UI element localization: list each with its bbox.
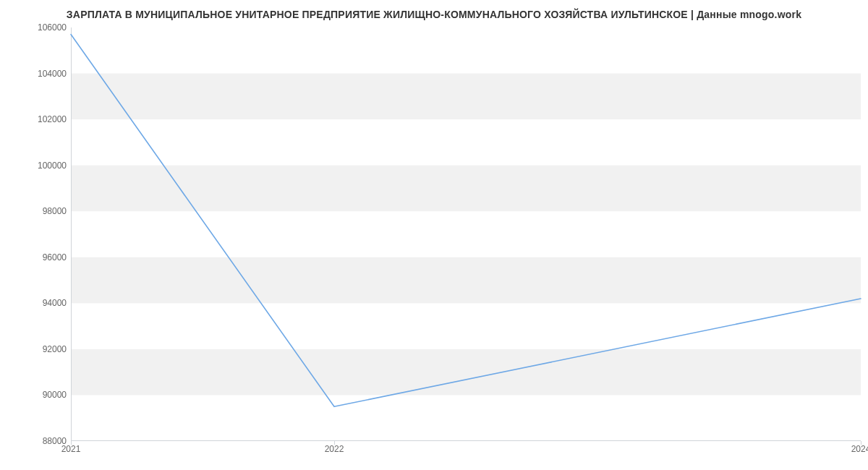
plot-area: [71, 27, 861, 441]
grid-band: [71, 349, 861, 396]
y-tick-label: 88000: [0, 436, 67, 446]
grid-band: [71, 74, 861, 120]
x-tick-label: 2024: [851, 444, 868, 454]
y-tick-label: 104000: [0, 69, 67, 79]
chart-container: ЗАРПЛАТА В МУНИЦИПАЛЬНОЕ УНИТАРНОЕ ПРЕДП…: [0, 0, 868, 470]
y-axis-ticks: 8800090000920009400096000980001000001020…: [0, 27, 67, 441]
plot-svg: [71, 27, 861, 441]
y-tick-label: 90000: [0, 390, 67, 400]
x-tick-label: 2021: [61, 444, 81, 454]
x-tick-label: 2022: [325, 444, 344, 454]
y-tick-label: 100000: [0, 161, 67, 171]
y-tick-label: 98000: [0, 206, 67, 216]
grid-bands: [71, 74, 861, 396]
y-tick-label: 94000: [0, 298, 67, 308]
grid-band: [71, 166, 861, 212]
grid-band: [71, 257, 861, 304]
y-tick-label: 106000: [0, 22, 67, 33]
y-tick-label: 96000: [0, 252, 67, 262]
y-tick-label: 92000: [0, 344, 67, 354]
y-tick-label: 102000: [0, 114, 67, 124]
x-axis-ticks: 202120222024: [71, 444, 861, 458]
chart-title: ЗАРПЛАТА В МУНИЦИПАЛЬНОЕ УНИТАРНОЕ ПРЕДП…: [0, 9, 868, 20]
